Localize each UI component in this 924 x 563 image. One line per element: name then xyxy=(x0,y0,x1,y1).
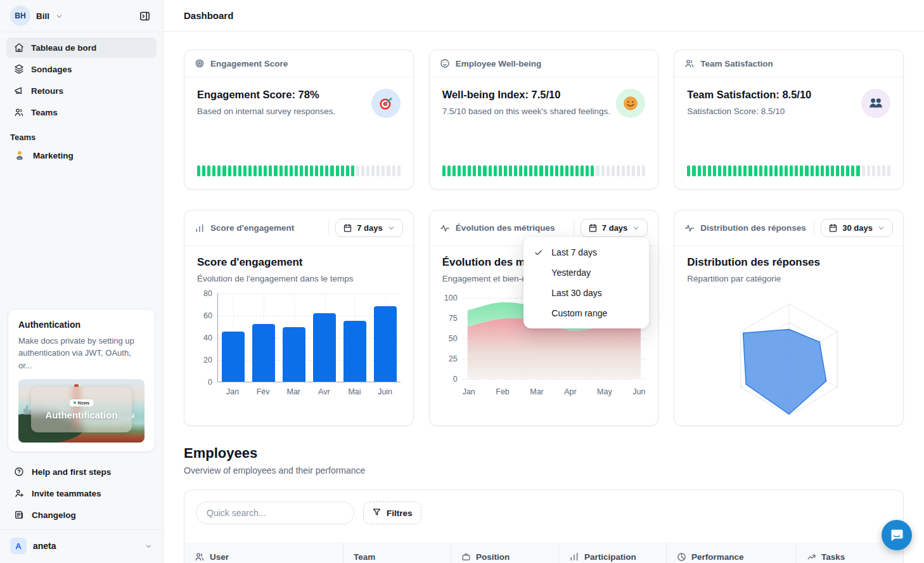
promo-image[interactable]: News Authentification xyxy=(18,379,144,443)
chevron-down-icon xyxy=(387,224,395,232)
calendar-icon xyxy=(343,223,352,233)
progress-segment xyxy=(805,165,808,176)
progress-bar xyxy=(687,165,890,176)
column-header-team[interactable]: Team xyxy=(343,542,451,563)
progress-segment xyxy=(821,165,824,176)
pulse-icon xyxy=(440,223,450,233)
progress-segment xyxy=(831,165,834,176)
stat-card-header-label: Team Satisfaction xyxy=(700,59,773,68)
y-tick-label: 80 xyxy=(203,289,212,298)
app-root: BH Bill Tableau de bordSondagesRetoursTe… xyxy=(0,0,924,563)
workspace-name: aneta xyxy=(33,541,56,551)
x-tick-label: Feb xyxy=(496,387,510,396)
column-header-performance[interactable]: Performance xyxy=(666,542,796,563)
user-avatar[interactable]: BH xyxy=(10,6,30,26)
chevron-down-icon xyxy=(877,224,885,232)
sidebar-item-help-and-first-steps[interactable]: Help and first steps xyxy=(6,461,157,482)
search-input[interactable] xyxy=(196,502,354,524)
sidebar: BH Bill Tableau de bordSondagesRetoursTe… xyxy=(0,0,164,563)
progress-segment xyxy=(764,165,767,176)
sidebar-item-retours[interactable]: Retours xyxy=(6,81,157,101)
sidebar-item-label: Retours xyxy=(31,86,63,96)
y-axis: 1007550250 xyxy=(442,294,459,382)
chart-card-row: Score d'engagement 7 days Score d'engage… xyxy=(184,210,904,426)
sidebar-item-tableau-de-bord[interactable]: Tableau de bord xyxy=(6,37,157,58)
progress-segment xyxy=(489,165,492,176)
bar-Fév[interactable] xyxy=(252,324,275,382)
promo-title: Authentication xyxy=(18,320,144,330)
date-range-button[interactable]: 7 days xyxy=(335,219,402,237)
promo-card[interactable]: Authentication Make docs private by sett… xyxy=(8,309,155,453)
help-icon xyxy=(14,467,24,477)
bar-Mar[interactable] xyxy=(283,327,305,382)
progress-segment xyxy=(743,165,747,176)
date-range-button[interactable]: 30 days xyxy=(821,219,893,237)
chart-title: Distribution des réponses xyxy=(687,256,890,269)
menu-item-last-7-days[interactable]: Last 7 days xyxy=(523,242,649,262)
progress-segment xyxy=(285,165,288,176)
workspace-switcher[interactable]: A aneta xyxy=(0,529,163,563)
workspace-avatar: A xyxy=(10,538,27,554)
sidebar-item-changelog[interactable]: Changelog xyxy=(6,504,157,526)
sidebar-team-marketing[interactable]: Marketing xyxy=(6,145,157,166)
x-tick-label: Jan xyxy=(463,387,475,396)
progress-segment xyxy=(617,165,620,176)
progress-segment xyxy=(642,165,645,176)
sidebar-item-label: Teams xyxy=(31,108,58,117)
collapse-sidebar-button[interactable] xyxy=(135,6,154,25)
bar-chart-icon xyxy=(569,552,579,562)
progress-segment xyxy=(217,165,221,176)
stat-card-row: Engagement ScoreEngagement Score: 78%Bas… xyxy=(184,49,904,190)
sidebar-item-invite-teammates[interactable]: Invite teammates xyxy=(6,482,157,504)
bar-Avr[interactable] xyxy=(313,313,336,382)
progress-segment xyxy=(570,165,574,176)
filters-button[interactable]: Filtres xyxy=(363,502,421,524)
progress-segment xyxy=(397,165,401,176)
target-emoji xyxy=(371,89,401,118)
people-emoji xyxy=(861,89,890,118)
bar-chart[interactable] xyxy=(217,294,401,382)
progress-segment xyxy=(754,165,757,176)
briefcase-icon xyxy=(461,552,471,562)
menu-item-yesterday[interactable]: Yesterday xyxy=(523,262,649,283)
progress-segment xyxy=(545,165,548,176)
person-laptop-emoji xyxy=(14,150,25,161)
column-label: Performance xyxy=(691,552,744,562)
chat-launcher-button[interactable] xyxy=(882,520,912,550)
column-header-user[interactable]: User xyxy=(184,542,343,563)
stat-title: Well-being Index: 7.5/10 xyxy=(442,89,610,101)
progress-segment xyxy=(539,165,542,176)
chart-subtitle: Répartition par catégorie xyxy=(687,274,890,283)
chevron-down-icon[interactable] xyxy=(55,12,63,20)
progress-segment xyxy=(447,165,451,176)
menu-item-last-30-days[interactable]: Last 30 days xyxy=(523,283,649,303)
progress-segment xyxy=(738,165,741,176)
sidebar-item-sondages[interactable]: Sondages xyxy=(6,59,157,79)
menu-item-label: Custom range xyxy=(551,308,607,318)
progress-segment xyxy=(483,165,486,176)
bar-Juin[interactable] xyxy=(374,306,397,382)
radar-chart[interactable] xyxy=(687,294,890,422)
stat-card-header: Employee Well-being xyxy=(430,50,658,77)
x-tick-label: Avr xyxy=(309,387,339,396)
progress-segment xyxy=(274,165,277,176)
bar-Mai[interactable] xyxy=(343,321,366,382)
column-header-participation[interactable]: Participation xyxy=(558,542,666,563)
news-badge: News xyxy=(70,399,93,406)
progress-segment xyxy=(637,165,640,176)
progress-segment xyxy=(371,165,375,176)
x-tick-label: Mai xyxy=(339,387,369,396)
progress-segment xyxy=(197,165,200,176)
progress-segment xyxy=(550,165,553,176)
bar-Jan[interactable] xyxy=(222,332,245,382)
progress-segment xyxy=(713,165,716,176)
column-label: Team xyxy=(354,552,375,562)
column-header-position[interactable]: Position xyxy=(451,542,558,563)
date-range-button[interactable]: 7 days xyxy=(581,219,648,237)
progress-segment xyxy=(867,165,870,176)
menu-item-custom-range[interactable]: Custom range xyxy=(523,303,649,323)
user-name[interactable]: Bill xyxy=(36,11,49,21)
progress-segment xyxy=(458,165,461,176)
sidebar-item-teams[interactable]: Teams xyxy=(6,102,157,122)
column-label: Tasks xyxy=(821,552,845,562)
